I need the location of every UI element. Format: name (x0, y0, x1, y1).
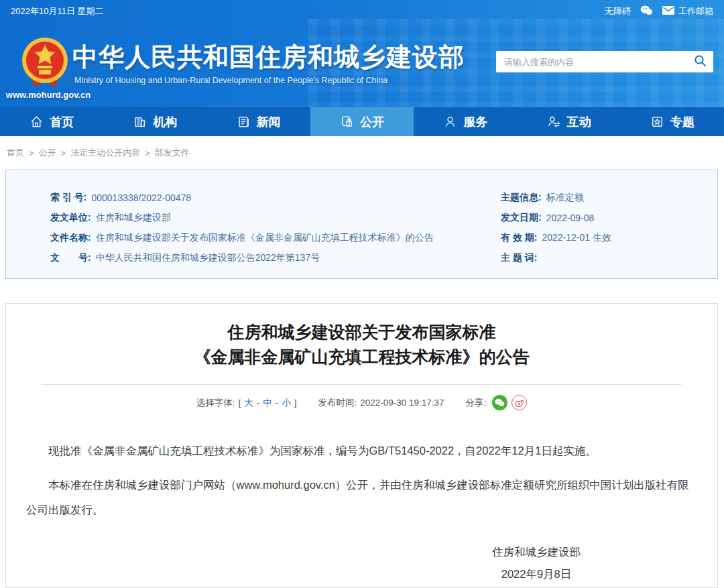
breadcrumb: 首页 > 公开 > 法定主动公开内容 > 部发文件 (0, 136, 724, 170)
article-paragraph-2: 本标准在住房和城乡建设部门户网站（www.mohurd.gov.cn）公开，并由… (26, 473, 697, 522)
font-size-large-button[interactable]: 大 (244, 397, 253, 409)
wechat-share-icon[interactable] (492, 395, 507, 410)
nav-item-service[interactable]: 服务 (414, 107, 517, 136)
info-label: 文件名称: (50, 232, 91, 244)
info-value: 000013338/2022-00478 (91, 192, 191, 203)
wechat-icon (640, 5, 653, 18)
nav-label: 服务 (463, 114, 487, 130)
nav-label: 专题 (670, 114, 695, 130)
article-panel: 住房和城乡建设部关于发布国家标准 《金属非金属矿山充填工程技术标准》的公告 选择… (5, 303, 718, 588)
work-mailbox-link[interactable]: 工作邮箱 (662, 5, 713, 17)
info-value: 标准定额 (546, 192, 584, 204)
nav-item-topics[interactable]: 专题 (621, 107, 724, 136)
publish-time-value: 2022-09-30 19:17:37 (360, 398, 444, 408)
signature-date: 2022年9月8日 (456, 563, 617, 585)
interaction-icon (547, 115, 561, 129)
info-label: 索 引 号: (50, 192, 86, 204)
info-value: 2022-09-08 (546, 213, 595, 223)
font-selector-bracket-open: [ (238, 398, 241, 408)
mail-icon (662, 6, 674, 17)
site-header: 2022年10月11日 星期二 无障碍 工作邮箱 (0, 0, 724, 107)
article-body: 现批准《金属非金属矿山充填工程技术标准》为国家标准，编号为GB/T51450-2… (6, 438, 717, 522)
font-selector-separator: - (276, 398, 279, 408)
info-value: 中华人民共和国住房和城乡建设部公告2022年第137号 (96, 252, 320, 264)
signature-organization: 住房和城乡建设部 (456, 541, 617, 563)
nav-item-interaction[interactable]: 互动 (517, 107, 620, 136)
breadcrumb-statutory-content[interactable]: 法定主动公开内容 (70, 147, 140, 159)
breadcrumb-separator: > (61, 148, 66, 158)
share-label: 分享: (466, 397, 487, 409)
info-label: 发文日期: (501, 212, 542, 224)
topbar: 2022年10月11日 星期二 无障碍 工作邮箱 (0, 0, 724, 23)
site-url: www.mohurd.gov.cn (3, 90, 94, 100)
service-icon (443, 115, 457, 129)
info-row-effective-date: 有 效 期: 2022-12-01 生效 (501, 228, 717, 248)
mailbox-label: 工作邮箱 (678, 5, 713, 17)
site-subtitle: Ministry of Housing and Urban-Rural Deve… (74, 76, 387, 85)
accessibility-label: 无障碍 (605, 5, 631, 17)
info-label: 主 题 词: (501, 252, 537, 264)
article-title-line2: 《金属非金属矿山充填工程技术标准》的公告 (6, 345, 717, 369)
info-label: 主题信息: (501, 192, 542, 204)
font-selector-separator: - (257, 398, 260, 408)
info-label: 有 效 期: (501, 232, 537, 244)
info-row-document-number: 文 号: 中华人民共和国住房和城乡建设部公告2022年第137号 (50, 248, 501, 268)
info-value: 住房和城乡建设部 (96, 212, 171, 224)
info-row-topic: 主题信息: 标准定额 (501, 188, 717, 208)
info-value: 住房和城乡建设部关于发布国家标准《金属非金属矿山充填工程技术标准》的公告 (96, 232, 434, 244)
info-row-issue-date: 发文日期: 2022-09-08 (501, 208, 717, 228)
article-title-line1: 住房和城乡建设部关于发布国家标准 (6, 320, 717, 345)
home-icon (29, 115, 44, 129)
info-row-issuing-unit: 发文单位: 住房和城乡建设部 (50, 208, 501, 228)
font-selector-label: 选择字体: (196, 397, 235, 409)
nav-item-disclosure[interactable]: 公开 (310, 107, 414, 136)
nav-label: 新闻 (257, 114, 281, 130)
disclosure-icon (340, 115, 354, 129)
info-label: 文 号: (50, 252, 91, 264)
search-button[interactable] (686, 51, 713, 72)
font-size-medium-button[interactable]: 中 (263, 397, 272, 409)
organization-icon (133, 115, 147, 129)
search-box (496, 51, 713, 72)
info-row-document-title: 文件名称: 住房和城乡建设部关于发布国家标准《金属非金属矿山充填工程技术标准》的… (50, 228, 501, 248)
title-divider (42, 384, 682, 385)
article-signature: 住房和城乡建设部 2022年9月8日 (456, 541, 617, 585)
nav-item-home[interactable]: 首页 (0, 107, 103, 136)
nav-item-organization[interactable]: 机构 (103, 107, 206, 136)
search-input[interactable] (496, 57, 686, 67)
article-meta-row: 选择字体: [ 大 - 中 - 小 ] 发布时间: 2022-09-30 19:… (6, 395, 717, 410)
nav-label: 首页 (50, 114, 74, 130)
nav-item-news[interactable]: 新闻 (207, 107, 310, 136)
breadcrumb-disclosure[interactable]: 公开 (39, 147, 56, 159)
article-paragraph-1: 现批准《金属非金属矿山充填工程技术标准》为国家标准，编号为GB/T51450-2… (26, 438, 697, 463)
breadcrumb-home[interactable]: 首页 (7, 147, 24, 159)
breadcrumb-separator: > (145, 148, 150, 158)
national-emblem-logo (20, 36, 70, 91)
info-value: 2022-12-01 生效 (542, 232, 611, 244)
weibo-share-icon[interactable] (511, 395, 527, 410)
nav-label: 机构 (153, 114, 177, 130)
wechat-link[interactable] (640, 5, 653, 18)
font-size-small-button[interactable]: 小 (282, 397, 291, 409)
site-title: 中华人民共和国住房和城乡建设部 (72, 40, 465, 74)
info-row-index-number: 索 引 号: 000013338/2022-00478 (50, 188, 501, 208)
breadcrumb-ministry-documents[interactable]: 部发文件 (155, 147, 190, 159)
search-icon (694, 54, 707, 69)
info-row-keywords: 主 题 词: (501, 248, 717, 268)
breadcrumb-separator: > (29, 148, 34, 158)
info-label: 发文单位: (50, 212, 91, 224)
document-info-box: 索 引 号: 000013338/2022-00478 发文单位: 住房和城乡建… (5, 170, 718, 279)
article-title: 住房和城乡建设部关于发布国家标准 《金属非金属矿山充填工程技术标准》的公告 (6, 320, 717, 369)
topbar-date: 2022年10月11日 星期二 (11, 5, 104, 17)
font-selector-bracket-close: ] (294, 398, 297, 408)
main-nav: 首页 机构 新闻 公开 服务 互动 专题 (0, 107, 724, 136)
publish-time-label: 发布时间: (318, 397, 357, 409)
nav-label: 公开 (360, 114, 384, 130)
nav-label: 互动 (567, 114, 591, 130)
topics-icon (650, 115, 664, 129)
accessibility-link[interactable]: 无障碍 (605, 5, 631, 17)
news-icon (237, 115, 251, 129)
